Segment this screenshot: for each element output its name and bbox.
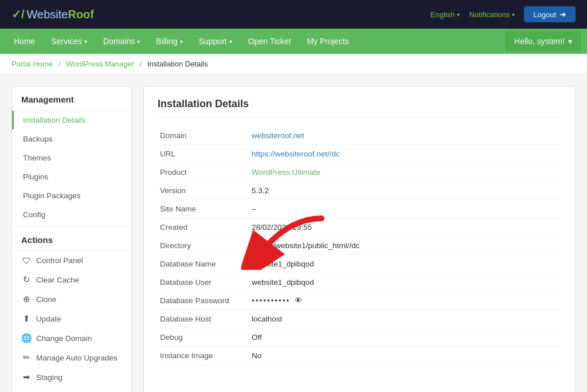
nav-services[interactable]: Services ▾ xyxy=(43,30,95,53)
nav-billing[interactable]: Billing ▾ xyxy=(148,30,190,53)
field-label-site-name: Site Name xyxy=(158,200,249,218)
sidebar-item-themes[interactable]: Themes xyxy=(12,148,131,167)
password-mask: •••••••••• xyxy=(252,296,290,305)
table-row: Database Host localhost xyxy=(158,310,561,328)
change-domain-icon: 🌐 xyxy=(21,333,32,343)
action-clone[interactable]: ⊕ Clone xyxy=(12,289,131,309)
field-value-created: 28/02/2020 19:55 xyxy=(249,218,561,237)
field-value-db-host: localhost xyxy=(249,310,561,328)
nav-bar: Home Services ▾ Domains ▾ Billing ▾ Supp… xyxy=(0,29,587,54)
nav-domains[interactable]: Domains ▾ xyxy=(95,30,148,53)
field-label-db-user: Database User xyxy=(158,273,249,292)
field-value-product[interactable]: WordPress Ultimate xyxy=(252,168,320,177)
table-row: URL https://websiteroof.net//dc xyxy=(158,145,561,163)
field-label-db-name: Database Name xyxy=(158,255,249,273)
notifications-button[interactable]: Notifications ▾ xyxy=(469,10,515,19)
field-label-product: Product xyxy=(158,163,249,182)
update-icon: ⬆ xyxy=(21,313,32,324)
field-label-version: Version xyxy=(158,182,249,200)
hello-caret-icon: ▾ xyxy=(568,37,572,46)
field-value-url[interactable]: https://websiteroof.net//dc xyxy=(252,150,340,158)
billing-caret-icon: ▾ xyxy=(180,38,183,45)
breadcrumb-sep-1: / xyxy=(58,60,61,68)
field-value-site-name: – xyxy=(249,200,561,218)
nav-support[interactable]: Support ▾ xyxy=(191,30,240,53)
table-row: Database User website1_dpibqod xyxy=(158,273,561,292)
table-row: Instance Image No xyxy=(158,347,561,365)
table-row: Database Name website1_dpibqod xyxy=(158,255,561,273)
table-row: Debug Off xyxy=(158,328,561,347)
field-value-version: 5.3.2 xyxy=(249,182,561,200)
field-label-db-host: Database Host xyxy=(158,310,249,328)
field-value-directory: /home/website1/public_html//dc xyxy=(249,237,561,255)
notifications-dropdown-icon: ▾ xyxy=(512,11,515,18)
nav-my-projects[interactable]: My Projects xyxy=(299,30,357,53)
action-clear-cache[interactable]: ↻ Clear Cache xyxy=(12,270,131,289)
field-label-url: URL xyxy=(158,145,249,163)
sidebar-item-plugins[interactable]: Plugins xyxy=(12,167,131,186)
top-bar: ✓/ WebsiteRoof English ▾ Notifications ▾… xyxy=(0,0,587,29)
field-label-instance-image: Instance Image xyxy=(158,347,249,365)
table-row: Created 28/02/2020 19:55 xyxy=(158,218,561,237)
field-value-db-user: website1_dpibqod xyxy=(249,273,561,292)
field-value-db-name: website1_dpibqod xyxy=(249,255,561,273)
breadcrumb-wordpress-manager[interactable]: WordPress Manager xyxy=(66,60,134,68)
staging-icon: ➡ xyxy=(21,372,32,382)
clear-cache-icon: ↻ xyxy=(21,275,32,285)
table-row: Domain websiteroof.net xyxy=(158,127,561,145)
field-label-domain: Domain xyxy=(158,127,249,145)
table-row: Product WordPress Ultimate xyxy=(158,163,561,182)
clone-icon: ⊕ xyxy=(21,294,32,304)
nav-home[interactable]: Home xyxy=(6,30,43,53)
top-right-nav: English ▾ Notifications ▾ Logout ➜ xyxy=(431,6,576,22)
field-value-debug: Off xyxy=(249,328,561,347)
sidebar-item-backups[interactable]: Backups xyxy=(12,130,131,148)
sidebar: Management Installation Details Backups … xyxy=(11,86,132,392)
breadcrumb-sep-2: / xyxy=(140,60,142,68)
action-update[interactable]: ⬆ Update xyxy=(12,309,131,328)
sidebar-item-config[interactable]: Config xyxy=(12,205,131,224)
logo: ✓/ WebsiteRoof xyxy=(11,7,94,21)
field-label-directory: Directory xyxy=(158,237,249,255)
action-staging[interactable]: ➡ Staging xyxy=(12,367,131,387)
services-caret-icon: ▾ xyxy=(84,38,87,45)
table-row: Directory /home/website1/public_html//dc xyxy=(158,237,561,255)
breadcrumb-portal-home[interactable]: Portal Home xyxy=(11,60,53,68)
field-label-created: Created xyxy=(158,218,249,237)
field-label-debug: Debug xyxy=(158,328,249,347)
breadcrumb-current: Installation Details xyxy=(147,60,208,68)
logo-name: WebsiteRoof xyxy=(27,8,94,21)
field-value-db-password: •••••••••• 👁 xyxy=(249,292,561,310)
main-content: Management Installation Details Backups … xyxy=(0,75,587,392)
management-title: Management xyxy=(12,87,131,111)
manage-auto-upgrades-icon: ✏ xyxy=(21,352,32,363)
nav-items: Home Services ▾ Domains ▾ Billing ▾ Supp… xyxy=(6,30,357,53)
field-label-db-password: Database Password xyxy=(158,292,249,310)
sidebar-item-plugin-packages[interactable]: Plugin Packages xyxy=(12,186,131,205)
action-change-domain[interactable]: 🌐 Change Domain xyxy=(12,328,131,348)
table-row: Version 5.3.2 xyxy=(158,182,561,200)
nav-open-ticket[interactable]: Open Ticket xyxy=(240,30,299,53)
table-row: Database Password •••••••••• 👁 xyxy=(158,292,561,310)
installation-details-title: Installation Details xyxy=(158,98,561,117)
action-control-panel[interactable]: 🛡 Control Panel xyxy=(12,251,131,270)
logout-button[interactable]: Logout ➜ xyxy=(524,6,576,22)
language-dropdown-icon: ▾ xyxy=(457,11,460,18)
details-table: Domain websiteroof.net URL https://websi… xyxy=(158,127,561,365)
sidebar-item-installation-details[interactable]: Installation Details xyxy=(12,111,131,130)
table-row: Site Name – xyxy=(158,200,561,218)
language-selector[interactable]: English ▾ xyxy=(431,10,460,19)
support-caret-icon: ▾ xyxy=(229,38,232,45)
installation-details-panel: Installation Details Domain websiteroof.… xyxy=(143,86,576,392)
action-push-to-live: ▭ Push To Live xyxy=(12,387,131,392)
hello-system-button[interactable]: Hello, system! ▾ xyxy=(505,31,581,52)
logo-checkmark: ✓/ xyxy=(11,7,25,21)
show-password-icon[interactable]: 👁 xyxy=(295,296,303,305)
control-panel-icon: 🛡 xyxy=(21,256,32,265)
breadcrumb: Portal Home / WordPress Manager / Instal… xyxy=(0,54,587,75)
field-value-domain[interactable]: websiteroof.net xyxy=(252,131,304,140)
action-manage-auto-upgrades[interactable]: ✏ Manage Auto Upgrades xyxy=(12,348,131,367)
field-value-instance-image: No xyxy=(249,347,561,365)
actions-title: Actions xyxy=(12,226,131,251)
logout-icon: ➜ xyxy=(559,10,566,19)
